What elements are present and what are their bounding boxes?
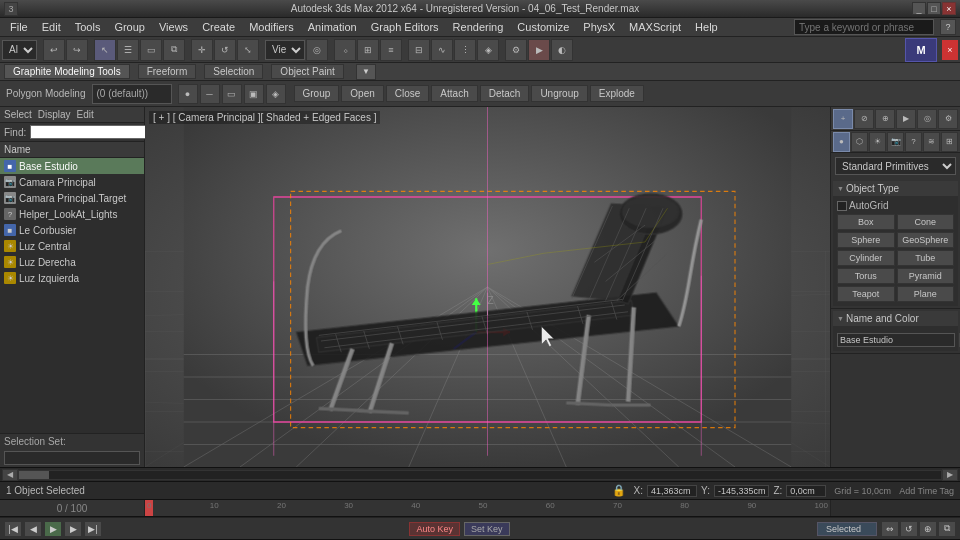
set-key-button[interactable]: Set Key <box>464 522 510 536</box>
toolbar-mode-dropdown[interactable]: All <box>2 40 37 60</box>
polygon-icon[interactable]: ▣ <box>244 84 264 104</box>
modify-tab[interactable]: ⊘ <box>854 109 874 129</box>
border-icon[interactable]: ▭ <box>222 84 242 104</box>
menu-physx[interactable]: PhysX <box>577 20 621 34</box>
scene-item-6[interactable]: ☀Luz Derecha <box>0 254 144 270</box>
select-object-button[interactable]: ↖ <box>94 39 116 61</box>
torus-button[interactable]: Torus <box>837 268 895 284</box>
display-tab[interactable]: ◎ <box>917 109 937 129</box>
curve-editor-button[interactable]: ∿ <box>431 39 453 61</box>
viewport[interactable]: [ + ] [ Camera Principal ][ Shaded + Edg… <box>145 107 830 467</box>
menu-edit[interactable]: Edit <box>36 20 67 34</box>
cone-button[interactable]: Cone <box>897 214 955 230</box>
edge-icon[interactable]: ─ <box>200 84 220 104</box>
menu-views[interactable]: Views <box>153 20 194 34</box>
geosphere-button[interactable]: GeoSphere <box>897 232 955 248</box>
sphere-button[interactable]: Sphere <box>837 232 895 248</box>
scroll-left-button[interactable]: ◀ <box>2 469 18 481</box>
create-tab[interactable]: + <box>833 109 853 129</box>
display-nav[interactable]: Display <box>38 109 71 120</box>
select-region-button[interactable]: ▭ <box>140 39 162 61</box>
object-category-dropdown[interactable]: Standard Primitives <box>835 157 956 175</box>
element-icon[interactable]: ◈ <box>266 84 286 104</box>
search-input[interactable] <box>794 19 934 35</box>
y-value[interactable]: -145,335cm <box>714 485 770 497</box>
align-button[interactable]: ≡ <box>380 39 402 61</box>
x-value[interactable]: 41,363cm <box>647 485 697 497</box>
select-by-name-button[interactable]: ☰ <box>117 39 139 61</box>
menu-help[interactable]: Help <box>689 20 724 34</box>
scene-item-0[interactable]: ■Base Estudio <box>0 158 144 174</box>
vertex-icon[interactable]: ● <box>178 84 198 104</box>
render-production-button[interactable]: ▶ <box>528 39 550 61</box>
tab-graphite-modeling[interactable]: Graphite Modeling Tools <box>4 64 130 79</box>
scale-button[interactable]: ⤡ <box>237 39 259 61</box>
scroll-right-button[interactable]: ▶ <box>942 469 958 481</box>
shapes-button[interactable]: ⬡ <box>851 132 868 152</box>
nav-maximize-button[interactable]: ⧉ <box>938 521 956 537</box>
autogrid-checkbox[interactable] <box>837 201 847 211</box>
minimize-button[interactable]: _ <box>912 2 926 15</box>
menu-rendering[interactable]: Rendering <box>447 20 510 34</box>
object-type-header[interactable]: Object Type <box>833 181 958 196</box>
window-crossing-button[interactable]: ⧉ <box>163 39 185 61</box>
menu-graph-editors[interactable]: Graph Editors <box>365 20 445 34</box>
close-viewport-button[interactable]: × <box>942 40 958 60</box>
reference-coord-dropdown[interactable]: View <box>265 40 305 60</box>
group-button[interactable]: Group <box>294 85 340 102</box>
play-button[interactable]: ▶ <box>44 521 62 537</box>
select-and-place-button[interactable]: ⬦ <box>334 39 356 61</box>
object-name-input[interactable] <box>837 333 955 347</box>
ungroup-button[interactable]: Ungroup <box>531 85 587 102</box>
scene-item-3[interactable]: ?Helper_LookAt_Lights <box>0 206 144 222</box>
prev-frame-button[interactable]: ◀ <box>24 521 42 537</box>
selection-set-input[interactable] <box>4 451 140 465</box>
menu-modifiers[interactable]: Modifiers <box>243 20 300 34</box>
menu-file[interactable]: File <box>4 20 34 34</box>
activeshade-button[interactable]: ◐ <box>551 39 573 61</box>
tab-freeform[interactable]: Freeform <box>138 64 197 79</box>
systems-button[interactable]: ⊞ <box>941 132 958 152</box>
layer-button[interactable]: ⊟ <box>408 39 430 61</box>
nav-orbit-button[interactable]: ↺ <box>900 521 918 537</box>
tab-selection[interactable]: Selection <box>204 64 263 79</box>
viewport-canvas[interactable]: Z <box>145 107 830 467</box>
menu-maxscript[interactable]: MAXScript <box>623 20 687 34</box>
next-frame-button[interactable]: ▶ <box>64 521 82 537</box>
level-dropdown[interactable]: (0 (default)) <box>92 84 172 104</box>
add-time-tag-button[interactable]: Add Time Tag <box>899 486 954 496</box>
menu-group[interactable]: Group <box>108 20 151 34</box>
plane-button[interactable]: Plane <box>897 286 955 302</box>
close-button[interactable]: × <box>942 2 956 15</box>
scene-item-5[interactable]: ☀Luz Central <box>0 238 144 254</box>
pyramid-button[interactable]: Pyramid <box>897 268 955 284</box>
menu-tools[interactable]: Tools <box>69 20 107 34</box>
auto-key-button[interactable]: Auto Key <box>409 522 460 536</box>
material-editor-button[interactable]: ◈ <box>477 39 499 61</box>
rotate-button[interactable]: ↺ <box>214 39 236 61</box>
timeline-track[interactable]: 0 10 20 30 40 50 60 70 80 90 100 <box>145 500 830 516</box>
lights-button[interactable]: ☀ <box>869 132 886 152</box>
scene-item-7[interactable]: ☀Luz Izquierda <box>0 270 144 286</box>
teapot-button[interactable]: Teapot <box>837 286 895 302</box>
menu-create[interactable]: Create <box>196 20 241 34</box>
use-center-button[interactable]: ◎ <box>306 39 328 61</box>
menu-animation[interactable]: Animation <box>302 20 363 34</box>
name-color-header[interactable]: Name and Color <box>833 311 958 326</box>
nav-zoom-button[interactable]: ⊕ <box>919 521 937 537</box>
geometry-button[interactable]: ● <box>833 132 850 152</box>
menu-customize[interactable]: Customize <box>511 20 575 34</box>
selected-display[interactable]: Selected <box>817 522 877 536</box>
maximize-button[interactable]: □ <box>927 2 941 15</box>
scroll-track[interactable] <box>18 470 942 480</box>
redo-button[interactable]: ↪ <box>66 39 88 61</box>
edit-nav[interactable]: Edit <box>77 109 94 120</box>
tab-object-paint[interactable]: Object Paint <box>271 64 343 79</box>
lock-icon[interactable]: 🔒 <box>612 484 626 497</box>
schematic-view-button[interactable]: ⋮ <box>454 39 476 61</box>
scene-item-2[interactable]: 📷Camara Principal.Target <box>0 190 144 206</box>
tube-button[interactable]: Tube <box>897 250 955 266</box>
spacewarps-button[interactable]: ≋ <box>923 132 940 152</box>
scene-item-1[interactable]: 📷Camara Principal <box>0 174 144 190</box>
scroll-thumb[interactable] <box>19 471 49 479</box>
